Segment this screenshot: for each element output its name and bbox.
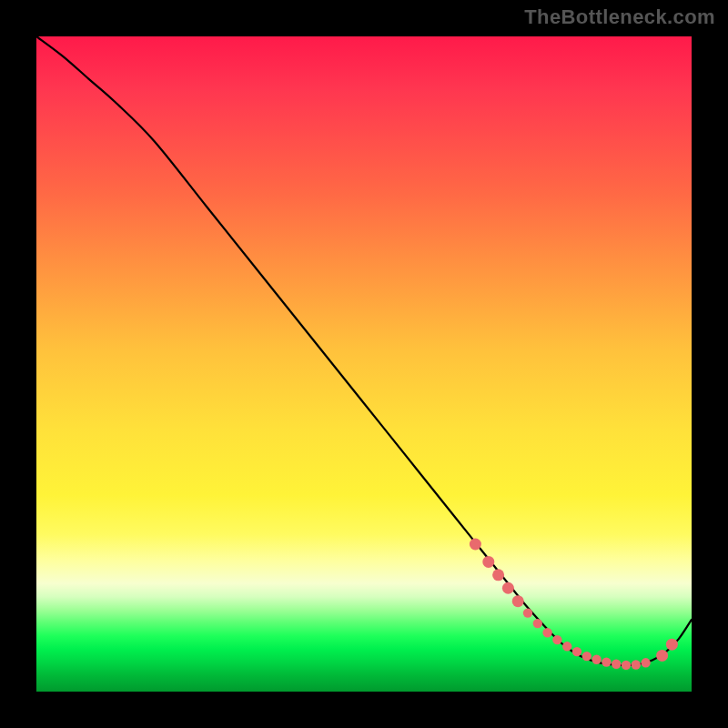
highlight-dot <box>641 658 650 667</box>
highlight-dot <box>512 595 524 607</box>
highlight-dot <box>666 639 678 651</box>
chart-frame: TheBottleneck.com <box>0 0 728 728</box>
highlight-dots <box>470 539 678 671</box>
highlight-dot <box>602 657 611 666</box>
highlight-dot <box>612 660 621 669</box>
bottleneck-curve <box>36 36 692 665</box>
highlight-dot <box>632 660 641 669</box>
highlight-dot <box>542 628 551 637</box>
highlight-dot <box>492 569 504 581</box>
highlight-dot <box>502 582 514 594</box>
curve-svg <box>36 36 692 692</box>
highlight-dot <box>533 619 542 628</box>
highlight-dot <box>656 650 668 662</box>
highlight-dot <box>572 647 581 656</box>
highlight-dot <box>552 635 561 644</box>
watermark-text: TheBottleneck.com <box>524 5 715 29</box>
highlight-dot <box>562 642 571 651</box>
highlight-dot <box>622 661 631 670</box>
highlight-dot <box>523 608 532 617</box>
highlight-dot <box>592 655 601 664</box>
highlight-dot <box>470 539 481 551</box>
plot-area <box>36 36 692 692</box>
highlight-dot <box>482 556 494 568</box>
highlight-dot <box>582 652 592 661</box>
